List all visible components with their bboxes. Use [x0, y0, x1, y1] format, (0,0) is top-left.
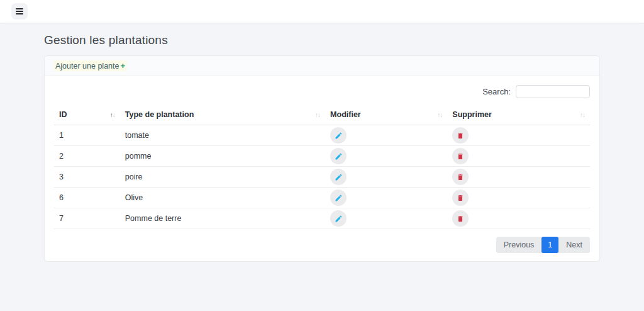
edit-button[interactable]: [330, 210, 347, 227]
trash-icon: [457, 152, 464, 161]
table-row: 2 pomme: [54, 146, 590, 167]
cell-type: poire: [120, 167, 325, 188]
pencil-icon: [335, 152, 343, 161]
next-page-button[interactable]: Next: [558, 237, 590, 253]
main-content: Gestion les plantations Ajouter une plan…: [0, 23, 644, 262]
trash-icon: [457, 215, 464, 223]
sort-arrows-icon: ↑↓: [437, 111, 442, 118]
card-body: Search: ID ↑↓ Type de pl: [45, 76, 599, 261]
plus-icon: +: [120, 61, 125, 71]
menu-button[interactable]: [11, 3, 28, 20]
page-title: Gestion les plantations: [44, 33, 600, 47]
delete-button[interactable]: [452, 169, 469, 185]
add-plant-button[interactable]: Ajouter une plante+: [54, 60, 126, 71]
edit-button[interactable]: [330, 127, 347, 144]
cell-type: pomme: [120, 146, 325, 167]
column-header-modifier[interactable]: Modifier ↑↓: [325, 105, 447, 125]
cell-type: Olive: [120, 188, 325, 208]
column-header-supprimer[interactable]: Supprimer ↑↓: [447, 105, 590, 125]
card-header: Ajouter une plante+: [45, 56, 599, 76]
current-page-button[interactable]: 1: [541, 237, 558, 253]
plantations-table: ID ↑↓ Type de plantation ↑↓: [54, 105, 590, 229]
cell-id: 7: [54, 208, 120, 229]
sort-arrows-icon: ↑↓: [580, 111, 585, 118]
column-header-id[interactable]: ID ↑↓: [54, 105, 120, 125]
delete-button[interactable]: [452, 189, 469, 206]
cell-id: 6: [54, 188, 120, 208]
pencil-icon: [335, 173, 343, 181]
cell-id: 2: [54, 146, 120, 167]
delete-button[interactable]: [452, 210, 469, 227]
pagination: Previous 1 Next: [496, 237, 590, 253]
hamburger-icon: [16, 8, 23, 14]
pencil-icon: [335, 215, 343, 223]
sort-arrows-icon: ↑↓: [315, 111, 320, 118]
previous-page-button[interactable]: Previous: [496, 237, 542, 253]
cell-id: 3: [54, 167, 120, 188]
table-header-row: ID ↑↓ Type de plantation ↑↓: [54, 105, 590, 125]
search-row: Search:: [54, 85, 590, 98]
cell-id: 1: [54, 125, 120, 146]
edit-button[interactable]: [330, 148, 347, 164]
trash-icon: [457, 173, 464, 181]
cell-type: Pomme de terre: [120, 208, 325, 229]
search-label: Search:: [482, 87, 511, 96]
add-plant-label: Ajouter une plante: [55, 62, 119, 71]
top-navbar: [0, 0, 644, 23]
search-input[interactable]: [516, 85, 590, 98]
trash-icon: [457, 194, 464, 202]
delete-button[interactable]: [452, 127, 469, 144]
table-row: 6 Olive: [54, 188, 590, 208]
pagination-row: Previous 1 Next: [54, 237, 590, 253]
sort-arrows-icon: ↑↓: [110, 111, 115, 118]
pencil-icon: [335, 132, 343, 140]
column-header-type[interactable]: Type de plantation ↑↓: [120, 105, 325, 125]
table-row: 7 Pomme de terre: [54, 208, 590, 229]
pencil-icon: [335, 194, 343, 202]
plantations-card: Ajouter une plante+ Search: ID ↑↓: [44, 55, 600, 262]
edit-button[interactable]: [330, 189, 347, 206]
table-row: 1 tomate: [54, 125, 590, 146]
table-row: 3 poire: [54, 167, 590, 188]
cell-type: tomate: [120, 125, 325, 146]
trash-icon: [457, 132, 464, 140]
delete-button[interactable]: [452, 148, 469, 164]
edit-button[interactable]: [330, 169, 347, 185]
